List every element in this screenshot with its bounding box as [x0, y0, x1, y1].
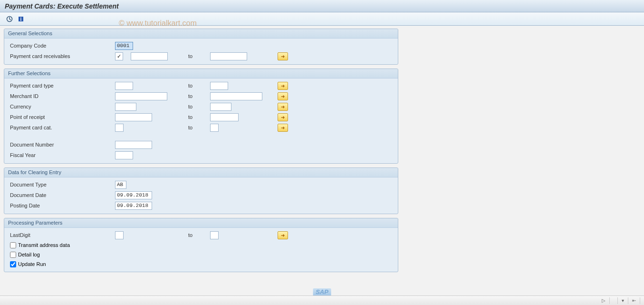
sap-logo: SAP — [313, 288, 331, 295]
por-to-input[interactable] — [210, 113, 239, 121]
label-doctype: Document Type — [8, 182, 115, 187]
docdate-input[interactable] — [115, 191, 152, 199]
por-from-input[interactable] — [115, 113, 152, 121]
group-title-clearing: Data for Clearing Entry — [4, 168, 398, 177]
label-transmit: Transmit address data — [18, 242, 70, 248]
row-transmit-address: Transmit address data — [8, 240, 394, 250]
execute-icon[interactable] — [5, 15, 14, 23]
row-document-type: Document Type — [8, 179, 394, 190]
label-lastdigit: LastDigit — [8, 232, 115, 238]
info-icon[interactable]: i — [16, 15, 26, 23]
row-fiscal-year: Fiscal Year — [8, 150, 394, 160]
label-company-code: Company Code — [8, 43, 115, 49]
multiple-selection-button[interactable]: ➜ — [278, 82, 288, 90]
group-clearing-entry: Data for Clearing Entry Document Type Do… — [4, 167, 398, 214]
row-payment-card-cat: Payment card cat. to ➜ — [8, 122, 394, 133]
form-area: General Selections Company Code Payment … — [0, 26, 644, 279]
row-currency: Currency to ➜ — [8, 101, 394, 112]
group-title-processing: Processing Parameters — [4, 218, 398, 228]
group-title-general: General Selections — [4, 29, 398, 39]
updaterun-checkbox[interactable] — [10, 261, 16, 267]
row-point-of-receipt: Point of receipt to ➜ — [8, 112, 394, 122]
label-postdate: Posting Date — [8, 203, 115, 208]
status-pin-icon[interactable]: ⇤ — [632, 298, 636, 303]
svg-text:i: i — [20, 17, 22, 22]
transmit-checkbox[interactable] — [10, 242, 16, 248]
receivables-to-input[interactable] — [210, 52, 247, 60]
application-toolbar: i — [0, 12, 644, 26]
label-docdate: Document Date — [8, 192, 115, 198]
row-company-code: Company Code — [8, 40, 394, 51]
detaillog-checkbox[interactable] — [10, 252, 16, 258]
status-triangle-icon[interactable]: ▷ — [602, 298, 606, 303]
lastdigit-from-input[interactable] — [115, 231, 124, 239]
label-card-type: Payment card type — [8, 83, 115, 89]
lastdigit-to-input[interactable] — [210, 231, 219, 239]
label-updaterun: Update Run — [18, 261, 46, 267]
row-document-date: Document Date — [8, 190, 394, 200]
multiple-selection-button[interactable]: ➜ — [278, 113, 288, 121]
row-payment-card-type: Payment card type to ➜ — [8, 80, 394, 91]
group-title-further: Further Selections — [4, 69, 398, 79]
card-cat-to-input[interactable] — [210, 124, 219, 132]
company-code-input[interactable] — [115, 42, 133, 50]
merchant-from-input[interactable] — [115, 92, 167, 100]
multiple-selection-button[interactable]: ➜ — [278, 92, 288, 100]
label-docnum: Document Number — [8, 142, 115, 148]
postdate-input[interactable] — [115, 202, 152, 210]
status-menu-icon[interactable]: ▾ — [622, 298, 624, 303]
card-type-to-input[interactable] — [210, 82, 228, 90]
label-fiscal: Fiscal Year — [8, 152, 115, 158]
group-processing-parameters: Processing Parameters LastDigit to ➜ Tra… — [4, 218, 398, 272]
row-merchant-id: Merchant ID to ➜ — [8, 91, 394, 101]
row-update-run: Update Run — [8, 259, 394, 269]
row-document-number: Document Number — [8, 139, 394, 150]
title-bar: Payment Cards: Execute Settlement — [0, 0, 644, 12]
merchant-to-input[interactable] — [210, 92, 262, 100]
currency-from-input[interactable] — [115, 103, 136, 111]
group-further-selections: Further Selections Payment card type to … — [4, 69, 398, 164]
multiple-selection-button[interactable]: ➜ — [278, 52, 288, 60]
page-title: Payment Cards: Execute Settlement — [5, 2, 119, 10]
currency-to-input[interactable] — [210, 103, 231, 111]
label-detaillog: Detail log — [18, 252, 40, 257]
receivables-from-input[interactable] — [131, 52, 168, 60]
status-bar: ▷ ▾ ⇤ — [0, 295, 644, 305]
card-cat-from-input[interactable] — [115, 124, 124, 132]
receivables-option-checkbox[interactable]: ✓ — [115, 52, 123, 60]
row-lastdigit: LastDigit to ➜ — [8, 230, 394, 240]
row-posting-date: Posting Date — [8, 200, 394, 211]
group-general-selections: General Selections Company Code Payment … — [4, 29, 398, 65]
docnum-input[interactable] — [115, 141, 152, 149]
label-por: Point of receipt — [8, 114, 115, 120]
row-detail-log: Detail log — [8, 250, 394, 259]
to-label: to — [186, 53, 210, 59]
multiple-selection-button[interactable]: ➜ — [278, 103, 288, 111]
multiple-selection-button[interactable]: ➜ — [278, 124, 288, 132]
label-card-cat: Payment card cat. — [8, 125, 115, 130]
label-receivables: Payment card receivables — [8, 53, 115, 59]
fiscal-input[interactable] — [115, 151, 133, 159]
row-receivables: Payment card receivables ✓ to ➜ — [8, 51, 394, 61]
card-type-from-input[interactable] — [115, 82, 133, 90]
label-merchant: Merchant ID — [8, 93, 115, 99]
label-currency: Currency — [8, 104, 115, 109]
doctype-input[interactable] — [115, 181, 126, 189]
multiple-selection-button[interactable]: ➜ — [278, 231, 288, 239]
